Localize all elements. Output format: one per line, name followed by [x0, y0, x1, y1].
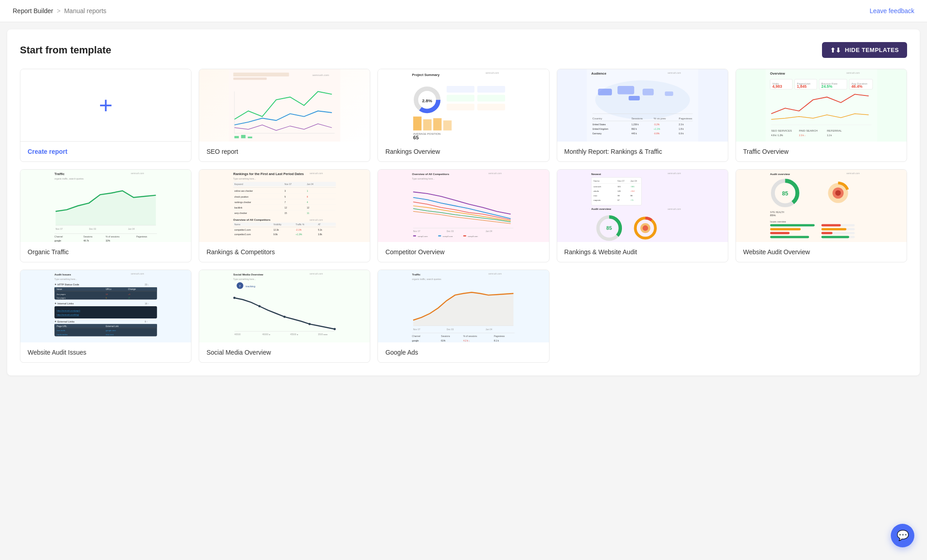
svg-rect-0 — [229, 69, 340, 142]
svg-text:✦ Internal Links: ✦ Internal Links — [54, 302, 73, 305]
svg-text:↓152: ↓152 — [630, 190, 635, 192]
organic-preview: Traffic semrush.com organic traffic, sea… — [20, 170, 191, 242]
svg-rect-6 — [234, 136, 239, 138]
template-card-rankings-competitors[interactable]: Rankings for the First and Last Period D… — [199, 169, 370, 262]
svg-text:1.1 k: 1.1 k — [827, 134, 832, 137]
svg-text:Overview of All Competitors: Overview of All Competitors — [412, 172, 450, 176]
svg-text:SEO SERVICES: SEO SERVICES — [771, 129, 792, 132]
audit-issues-label: Website Audit Issues — [20, 342, 191, 362]
organic-traffic-label: Organic Traffic — [20, 242, 191, 262]
svg-rect-228 — [54, 306, 157, 318]
svg-text:321: 321 — [617, 185, 621, 188]
svg-rect-199 — [770, 236, 809, 238]
svg-text:competitor2.com: competitor2.com — [234, 233, 251, 236]
svg-text:85: 85 — [782, 190, 788, 197]
svg-text:12: 12 — [307, 207, 310, 209]
hide-templates-button[interactable]: ⬆⬇ HIDE TEMPLATES — [822, 42, 907, 58]
svg-text:google: google — [54, 240, 61, 242]
svg-text:+1.3%: +1.3% — [296, 233, 302, 236]
template-card-create[interactable]: + Create report — [20, 69, 191, 162]
template-card-seo[interactable]: semrush.com S — [199, 69, 370, 162]
svg-text:semrush.com: semrush.com — [310, 273, 323, 275]
competitor-preview: Overview of All Competitors semrush.com … — [378, 170, 549, 242]
breadcrumb-main[interactable]: Report Builder — [13, 7, 53, 14]
svg-text:semrush.com: semrush.com — [310, 172, 323, 175]
svg-text:serp checker: serp checker — [234, 212, 247, 214]
svg-text:145: 145 — [617, 190, 621, 192]
googleads-preview: Traffic semrush.com organic traffic, sea… — [378, 270, 549, 342]
svg-text:445 k: 445 k — [631, 133, 637, 135]
seo-report-label: SEO report — [199, 142, 370, 161]
svg-text:1,845: 1,845 — [797, 84, 807, 89]
svg-text:45500 ●: 45500 ● — [290, 333, 298, 336]
svg-text:1,239 k: 1,239 k — [631, 123, 639, 126]
svg-text:AT: AT — [318, 223, 321, 226]
svg-text:Dec 03: Dec 03 — [447, 230, 454, 233]
svg-text:3500 ●●●: 3500 ●●● — [318, 333, 328, 336]
svg-text:semrush.com: semrush.com — [846, 72, 860, 74]
svg-rect-8 — [248, 137, 253, 138]
svg-rect-21 — [478, 86, 506, 93]
template-card-audit-overview[interactable]: Audit overview semrush.com 85 SITE HEALT… — [736, 169, 907, 262]
svg-text:semrush.com: semrush.com — [668, 172, 681, 175]
svg-text:12: 12 — [285, 207, 287, 209]
rankaudit-preview: Newest semrush.com Name Nov 07 Jan 04 se… — [557, 170, 728, 242]
svg-text:semrush.com: semrush.com — [488, 172, 502, 175]
svg-text:-2: -2 — [128, 297, 130, 299]
svg-text:Country: Country — [592, 117, 602, 120]
svg-text:8 ↑: 8 ↑ — [145, 321, 148, 323]
svg-text:SITE HEALTH: SITE HEALTH — [770, 211, 784, 214]
leave-feedback-link[interactable]: Leave feedback — [870, 7, 914, 14]
template-card-social[interactable]: Social Media Overview semrush.com Type s… — [199, 270, 370, 363]
section-title: Start from template — [20, 44, 111, 56]
template-card-google-ads[interactable]: Traffic semrush.com organic traffic, sea… — [377, 270, 549, 363]
svg-text:competitor1.com: competitor1.com — [234, 229, 251, 231]
svg-rect-148 — [413, 235, 416, 236]
svg-text:23 ↓: 23 ↓ — [145, 284, 149, 286]
svg-text:Page URL: Page URL — [57, 325, 67, 327]
svg-text:9.8k: 9.8k — [273, 233, 278, 236]
svg-text:% of sessions: % of sessions — [464, 335, 478, 337]
template-card-rankings-overview[interactable]: Project Summary semrush.com 2.8% — [377, 69, 549, 162]
svg-text:semrush.com: semrush.com — [312, 73, 329, 76]
svg-text:Project Summary: Project Summary — [412, 73, 440, 77]
rankings-overview-label: Rankings Overview — [378, 142, 549, 161]
svg-text:Traffic: Traffic — [412, 273, 421, 276]
template-card-audit-issues[interactable]: Audit Issues semrush.com Type something … — [20, 270, 191, 363]
template-card-rankings-audit[interactable]: Newest semrush.com Name Nov 07 Jan 04 se… — [557, 169, 728, 262]
svg-text:tracking: tracking — [246, 285, 256, 288]
svg-text:3: 3 — [285, 190, 286, 192]
svg-text:https://semrush.com/page1: https://semrush.com/page1 — [57, 309, 80, 312]
chat-button[interactable]: 💬 — [891, 524, 914, 547]
svg-rect-150 — [439, 235, 441, 236]
template-card-competitor[interactable]: Overview of All Competitors semrush.com … — [377, 169, 549, 262]
svg-text:comp3.com: comp3.com — [468, 235, 478, 237]
svg-text:Jan 04: Jan 04 — [486, 328, 492, 331]
svg-text:16 ↑: 16 ↑ — [145, 303, 149, 305]
svg-text:Type something here...: Type something here... — [234, 178, 256, 180]
template-card-monthly[interactable]: Audience semrush.com Country Sessions % … — [557, 69, 728, 162]
svg-rect-36 — [642, 89, 654, 95]
hide-templates-label: HIDE TEMPLATES — [845, 47, 899, 53]
svg-text:Nov 07: Nov 07 — [617, 180, 625, 182]
template-card-traffic-overview[interactable]: Overview semrush.com Visits 4,983 Pages/… — [736, 69, 907, 162]
svg-point-33 — [595, 81, 690, 119]
template-card-organic[interactable]: Traffic semrush.com organic traffic, sea… — [20, 169, 191, 262]
svg-text:semrush.com: semrush.com — [486, 72, 499, 74]
svg-text:4xx pages: 4xx pages — [57, 293, 66, 295]
svg-text:✦ HTTP Status Code: ✦ HTTP Status Code — [54, 283, 79, 286]
svg-text:Jan 04: Jan 04 — [307, 183, 314, 185]
svg-text:46.4%: 46.4% — [851, 84, 863, 89]
svg-text:Jan 04: Jan 04 — [486, 230, 492, 233]
svg-text:12: 12 — [106, 293, 108, 295]
svg-text:semrush.com: semrush.com — [846, 172, 860, 175]
svg-rect-1 — [234, 72, 289, 76]
svg-text:85%: 85% — [770, 214, 776, 217]
svg-text:backlink: backlink — [234, 207, 243, 209]
svg-text:moz: moz — [593, 195, 597, 197]
svg-text:65: 65 — [413, 135, 419, 140]
svg-text:48.7k: 48.7k — [83, 240, 89, 242]
top-nav: Report Builder > Manual reports Leave fe… — [0, 0, 927, 22]
svg-text:98: 98 — [617, 195, 620, 197]
svg-rect-198 — [770, 232, 789, 234]
